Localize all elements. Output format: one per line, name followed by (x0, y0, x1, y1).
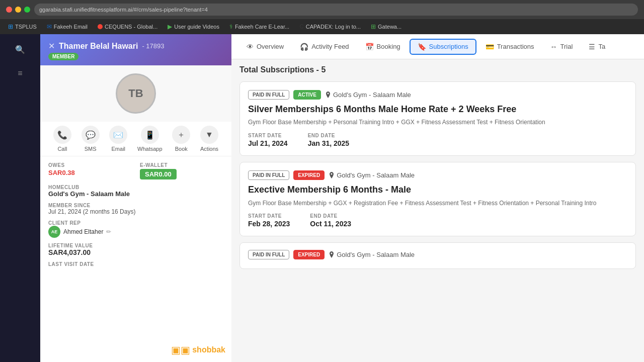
sidebar-nav[interactable]: ≡ (10, 63, 30, 83)
member-name: Thamer Belal Hawari (59, 42, 138, 51)
book-label: Book (175, 146, 188, 152)
location-3: Gold's Gym - Salaam Male (329, 251, 415, 258)
location-1: Gold's Gym - Salaam Male (325, 91, 411, 99)
homeclub-row: HOMECLUB Gold's Gym - Salaam Male (48, 185, 223, 198)
main-content: 👁 Overview 🎧 Activity Feed 📅 Booking 🔖 S… (231, 34, 644, 362)
email-icon: ✉️ (109, 126, 127, 144)
nav-tabs: 👁 Overview 🎧 Activity Feed 📅 Booking 🔖 S… (231, 34, 644, 59)
sub-title-2: Exective Membership 6 Months - Male (248, 184, 627, 196)
bookmark-capadex[interactable]: C CAPADEX: Log in to... (295, 22, 365, 31)
sub-title-1: Silver Memberships 6 Months Male Home Ra… (248, 104, 627, 115)
paid-badge-1: PAID IN FULL (248, 90, 289, 100)
actions-icon: ▼ (200, 126, 218, 144)
overview-label: Overview (257, 43, 284, 50)
sidebar: 🔍 ≡ (0, 34, 40, 362)
member-info-section: OWES SAR0.38 E-WALLET SAR0.00 HOMECLUB G… (40, 156, 231, 278)
tab-booking[interactable]: 📅 Booking (358, 40, 408, 54)
rep-avatar: AE (48, 226, 60, 238)
ewallet-value: SAR0.00 (140, 169, 177, 179)
location-2: Gold's Gym - Salaam Male (329, 171, 415, 179)
client-rep-block: CLIENT REP AE Ahmed Eltaher ✏ (48, 220, 223, 238)
edit-rep-icon[interactable]: ✏ (106, 228, 111, 235)
action-buttons: 📞 Call 💬 SMS ✉️ Email 📱 Whatsapp ＋ Book … (40, 122, 231, 156)
url-bar[interactable]: ggarabia.stafi.unifiedfitnessplatform.ai… (34, 4, 638, 16)
sidebar-search[interactable]: 🔍 (10, 39, 30, 59)
maximize-dot[interactable] (24, 7, 30, 13)
bookmark-cequens[interactable]: CEQUENS - Global... (94, 23, 162, 31)
paid-badge-2: PAID IN FULL (248, 170, 289, 180)
tab-overview[interactable]: 👁 Overview (239, 40, 291, 54)
sms-icon: 💬 (82, 126, 100, 144)
sub-features-2: Gym Floor Base Membership + GGX + Regist… (248, 199, 627, 208)
shobbak-text: shobbak (192, 345, 225, 354)
ta-icon: ☰ (589, 43, 595, 51)
sms-button[interactable]: 💬 SMS (82, 126, 100, 152)
email-button[interactable]: ✉️ Email (109, 126, 127, 152)
member-name-row: ✕ Thamer Belal Hawari - 17893 (48, 41, 223, 51)
whatsapp-icon: 📱 (141, 126, 159, 144)
owes-block: OWES SAR0.38 (48, 162, 132, 179)
member-badge: MEMBER (48, 53, 78, 60)
ewallet-label: E-WALLET (140, 162, 223, 168)
ta-label: Ta (598, 43, 605, 50)
whatsapp-label: Whatsapp (137, 146, 163, 152)
end-date-value-2: Oct 11, 2023 (310, 220, 351, 228)
member-header: ✕ Thamer Belal Hawari - 17893 MEMBER (40, 34, 231, 65)
shobbak-icon: ▣▣ (171, 344, 190, 356)
rep-name: Ahmed Eltaher (63, 228, 103, 235)
transactions-icon: 💳 (486, 43, 494, 51)
status-badge-2: EXPIRED (293, 170, 325, 180)
start-date-label-1: START DATE (248, 133, 288, 138)
start-date-label-2: START DATE (248, 213, 290, 219)
minimize-dot[interactable] (15, 7, 21, 13)
whatsapp-button[interactable]: 📱 Whatsapp (137, 126, 163, 152)
browser-controls (6, 7, 30, 13)
bookmark-user-guide[interactable]: ▶ User guide Videos (164, 22, 223, 31)
call-button[interactable]: 📞 Call (53, 126, 71, 152)
close-dot[interactable] (6, 7, 12, 13)
lifetime-value: SAR4,037.00 (48, 248, 223, 256)
book-button[interactable]: ＋ Book (172, 126, 190, 152)
end-date-label-2: END DATE (310, 213, 351, 219)
start-date-block-2: START DATE Feb 28, 2023 (248, 213, 290, 228)
tab-ta[interactable]: ☰ Ta (582, 40, 612, 54)
bookmark-tsplus[interactable]: ⊞ TSPLUS (4, 22, 41, 31)
tab-transactions[interactable]: 💳 Transactions (478, 40, 541, 54)
start-date-value-2: Feb 28, 2023 (248, 220, 290, 228)
bookmark-fakeeh-email[interactable]: ✉ Fakeeh Email (43, 22, 92, 31)
start-date-block-1: START DATE Jul 21, 2024 (248, 133, 288, 147)
paid-badge-3: PAID IN FULL (248, 250, 289, 259)
end-date-block-2: END DATE Oct 11, 2023 (310, 213, 351, 228)
rep-info-row: AE Ahmed Eltaher ✏ (48, 226, 223, 238)
lifetime-label: LIFETIME VALUE (48, 243, 223, 248)
tab-activity-feed[interactable]: 🎧 Activity Feed (293, 40, 356, 54)
tab-subscriptions[interactable]: 🔖 Subscriptions (410, 39, 476, 55)
lifetime-block: LIFETIME VALUE SAR4,037.00 (48, 243, 223, 256)
last-visit-label: LAST VISIT DATE (48, 261, 223, 267)
actions-label: Actions (200, 146, 218, 152)
booking-label: Booking (377, 43, 400, 50)
tab-trial[interactable]: ↔ Trial (543, 40, 580, 54)
subscriptions-icon: 🔖 (418, 43, 426, 51)
subscriptions-content: Total Subscriptions - 5 PAID IN FULL ACT… (231, 59, 644, 362)
close-button[interactable]: ✕ (48, 41, 55, 51)
homeclub-block: HOMECLUB Gold's Gym - Salaam Male (48, 185, 223, 198)
lifetime-row: LIFETIME VALUE SAR4,037.00 (48, 243, 223, 256)
homeclub-label: HOMECLUB (48, 185, 223, 190)
location-icon-2 (329, 172, 335, 179)
bookmark-fakeeh-care[interactable]: ⚕ Fakeeh Care E-Lear... (225, 22, 293, 31)
location-icon-3 (329, 251, 335, 258)
ewallet-block: E-WALLET SAR0.00 (140, 162, 223, 179)
end-date-block-1: END DATE Jan 31, 2025 (308, 133, 350, 147)
member-id: - 17893 (142, 42, 164, 50)
client-rep-row: CLIENT REP AE Ahmed Eltaher ✏ (48, 220, 223, 238)
owes-ewallet-row: OWES SAR0.38 E-WALLET SAR0.00 (48, 162, 223, 179)
sub-features-1: Gym Floor Base Membership + Personal Tra… (248, 118, 627, 127)
owes-value: SAR0.38 (48, 169, 132, 176)
member-since-row: MEMBER SINCE Jul 21, 2024 (2 months 16 D… (48, 203, 223, 215)
bookmark-gateway[interactable]: ⊞ Gatewa... (367, 22, 406, 31)
actions-button[interactable]: ▼ Actions (200, 126, 218, 152)
location-icon-1 (325, 92, 331, 99)
total-subscriptions: Total Subscriptions - 5 (239, 65, 636, 74)
avatar-section: TB (40, 65, 231, 122)
